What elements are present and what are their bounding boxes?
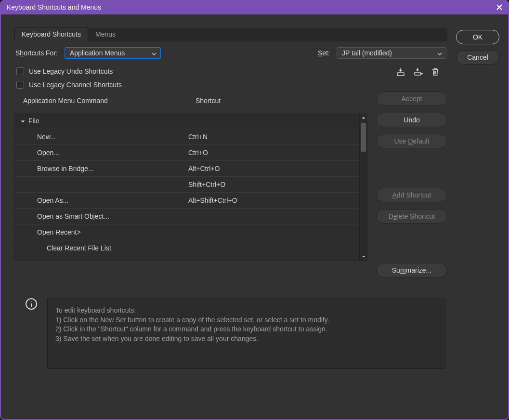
shortcut-cell[interactable]: Ctrl+W xyxy=(186,260,359,261)
table-body-container: FileNew...Ctrl+NOpen...Ctrl+OBrowse in B… xyxy=(14,113,360,261)
legacy-channel-label: Use Legacy Channel Shortcuts xyxy=(29,81,122,89)
new-set-icon xyxy=(413,67,423,77)
command-cell[interactable]: Open Recent> xyxy=(15,224,186,240)
table-row[interactable]: Clear Recent File List xyxy=(15,240,359,256)
command-cell[interactable]: File xyxy=(15,113,186,129)
scroll-up-button[interactable] xyxy=(360,113,367,122)
shortcuts-for-select[interactable]: Application Menus xyxy=(65,47,161,59)
table-row[interactable]: Open as Smart Object... xyxy=(15,209,359,224)
table-scrollbar[interactable] xyxy=(360,113,367,261)
chevron-down-icon xyxy=(152,49,157,57)
trash-icon xyxy=(431,67,440,77)
add-shortcut-button[interactable]: Add Shortcut xyxy=(376,188,447,202)
main-column: Keyboard Shortcuts Menus Shortcuts For: … xyxy=(14,28,447,408)
save-set-button[interactable] xyxy=(395,66,406,77)
chevron-down-icon xyxy=(21,119,26,123)
command-cell[interactable]: Clear Recent File List xyxy=(15,240,186,256)
command-label: Open Recent> xyxy=(37,228,81,236)
shortcut-cell[interactable]: Ctrl+N xyxy=(186,133,359,141)
chevron-down-icon xyxy=(437,49,442,57)
button-label: Delete Shortcut xyxy=(389,212,435,220)
shortcut-label: Alt+Ctrl+O xyxy=(188,165,220,172)
ok-button[interactable]: OK xyxy=(456,30,499,44)
svg-rect-0 xyxy=(397,73,404,76)
button-label: Cancel xyxy=(467,53,488,61)
close-button[interactable] xyxy=(495,2,504,12)
table-row[interactable]: Open As...Alt+Shift+Ctrl+O xyxy=(15,193,359,209)
command-cell[interactable]: Close xyxy=(15,256,186,261)
svg-rect-1 xyxy=(415,72,420,75)
shortcut-label: Ctrl+O xyxy=(188,149,208,157)
command-cell[interactable] xyxy=(15,177,186,192)
new-set-button[interactable] xyxy=(413,66,423,77)
command-label: Browse in Bridge... xyxy=(37,165,94,172)
title-bar: Keyboard Shortcuts and Menus xyxy=(0,0,509,14)
shortcut-label: Ctrl+N xyxy=(188,133,208,141)
command-label: Clear Recent File List xyxy=(47,244,111,252)
dialog-title: Keyboard Shortcuts and Menus xyxy=(7,3,101,11)
shortcut-label: Ctrl+W xyxy=(188,260,209,261)
options-row: Use Legacy Undo Shortcuts Use Legacy Cha… xyxy=(14,65,447,92)
set-select[interactable]: JP tall (modified) xyxy=(337,47,446,59)
close-icon xyxy=(496,4,502,10)
set-actions xyxy=(376,65,447,81)
tab-label: Menus xyxy=(95,30,116,38)
shortcut-cell[interactable]: Ctrl+O xyxy=(186,149,359,157)
table-row[interactable]: Open...Ctrl+O xyxy=(15,145,359,161)
legacy-channel-row: Use Legacy Channel Shortcuts xyxy=(14,78,367,92)
info-icon xyxy=(25,298,38,369)
command-label: File xyxy=(28,117,39,125)
header-shortcut: Shortcut xyxy=(188,97,367,105)
shortcut-cell[interactable]: Alt+Shift+Ctrl+O xyxy=(186,197,359,204)
command-label: Open... xyxy=(37,149,59,157)
scroll-down-button[interactable] xyxy=(360,252,367,261)
cancel-button[interactable]: Cancel xyxy=(456,50,499,65)
tab-bar: Keyboard Shortcuts Menus xyxy=(14,28,447,41)
chevron-down-icon xyxy=(362,255,365,258)
summarize-button[interactable]: Summarize... xyxy=(376,263,447,277)
shortcut-cell[interactable]: Alt+Ctrl+O xyxy=(186,165,359,172)
legacy-undo-checkbox[interactable] xyxy=(16,67,24,75)
legacy-undo-label: Use Legacy Undo Shortcuts xyxy=(29,67,113,75)
command-label: Open As... xyxy=(37,197,68,204)
info-line2: 2) Click in the "Shortcut" column for a … xyxy=(55,325,437,334)
shortcuts-for-value: Application Menus xyxy=(70,49,125,57)
shortcut-cell[interactable]: Shift+Ctrl+O xyxy=(186,181,359,188)
shortcuts-table: FileNew...Ctrl+NOpen...Ctrl+OBrowse in B… xyxy=(14,113,367,261)
legacy-channel-checkbox[interactable] xyxy=(16,81,24,89)
command-cell[interactable]: New... xyxy=(15,129,186,144)
set-value: JP tall (modified) xyxy=(342,49,392,57)
button-label: Use Default xyxy=(394,137,429,145)
accept-button[interactable]: Accept xyxy=(376,92,447,106)
delete-set-button[interactable] xyxy=(430,66,441,77)
scroll-thumb[interactable] xyxy=(361,123,366,152)
command-cell[interactable]: Browse in Bridge... xyxy=(15,161,186,176)
undo-button[interactable]: Undo xyxy=(376,113,447,127)
table-row[interactable]: CloseCtrl+W xyxy=(15,256,359,261)
command-cell[interactable]: Open as Smart Object... xyxy=(15,209,186,224)
table-row[interactable]: New...Ctrl+N xyxy=(15,129,359,145)
use-default-button[interactable]: Use Default xyxy=(376,134,447,148)
table-and-actions: Application Menu Command Shortcut FileNe… xyxy=(14,92,447,277)
command-cell[interactable]: Open... xyxy=(15,145,186,160)
info-header: To edit keyboard shortcuts: xyxy=(55,306,437,315)
tab-keyboard-shortcuts[interactable]: Keyboard Shortcuts xyxy=(14,27,88,41)
table-row[interactable]: Open Recent> xyxy=(15,224,359,240)
button-label: OK xyxy=(473,33,483,41)
header-command: Application Menu Command xyxy=(14,92,188,110)
shortcut-label: Alt+Shift+Ctrl+O xyxy=(188,197,237,204)
command-cell[interactable]: Open As... xyxy=(15,193,186,208)
table-row[interactable]: Shift+Ctrl+O xyxy=(15,177,359,193)
table-row[interactable]: Browse in Bridge...Alt+Ctrl+O xyxy=(15,161,359,177)
controls-row: Shortcuts For: Application Menus Set: JP… xyxy=(14,41,447,65)
info-line3: 3) Save the set when you are done editin… xyxy=(55,334,437,344)
command-label: Open as Smart Object... xyxy=(37,212,109,220)
scroll-track[interactable] xyxy=(360,122,367,252)
shortcuts-for-label: Shortcuts For: xyxy=(15,49,58,57)
table-body[interactable]: FileNew...Ctrl+NOpen...Ctrl+OBrowse in B… xyxy=(15,113,359,261)
tab-menus[interactable]: Menus xyxy=(88,27,123,41)
tab-label: Keyboard Shortcuts xyxy=(22,30,81,38)
delete-shortcut-button[interactable]: Delete Shortcut xyxy=(376,209,447,223)
table-headers: Application Menu Command Shortcut xyxy=(14,92,367,110)
table-group-row[interactable]: File xyxy=(15,113,359,129)
